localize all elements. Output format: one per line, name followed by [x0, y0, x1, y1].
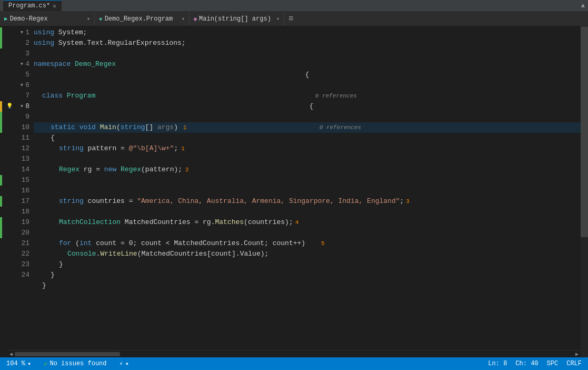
action-btn[interactable]: ⚡ ▾: [117, 357, 131, 370]
line-num-21: 21: [7, 238, 29, 249]
code-line-3: [34, 48, 581, 59]
h-scroll-thumb[interactable]: [15, 352, 120, 356]
collapse-4[interactable]: ▼: [21, 59, 23, 70]
collapse-8[interactable]: ▼: [21, 101, 23, 112]
file-tab[interactable]: Program.cs* ✕: [3, 0, 62, 11]
title-bar: Program.cs* ✕ ▲: [0, 0, 588, 12]
zoom-arrow: ▾: [27, 360, 31, 368]
line-num-19: 19: [7, 217, 29, 228]
line-num-17: 17: [7, 196, 29, 207]
collapse-6[interactable]: ▼: [21, 80, 23, 91]
h-scroll-left-btn[interactable]: ◀: [7, 350, 15, 358]
line-num-23: 23: [7, 259, 29, 270]
gutter-green-15: [0, 175, 2, 186]
annotation-2: 1: [181, 143, 185, 154]
code-scroll: ▼ 1 2 3 ▼ 4 5 ▼ 6 7: [7, 26, 581, 350]
zoom-control[interactable]: 104 % ▾: [4, 357, 33, 370]
ch-label: Ch: 40: [515, 360, 538, 367]
line-num-12: 12: [7, 143, 29, 154]
line-num-5: 5: [7, 70, 29, 80]
action-arrow: ▾: [125, 360, 129, 368]
line-num-16: 16: [7, 186, 29, 196]
gutter-yellow-8: [0, 101, 2, 112]
code-line-24: [34, 291, 581, 301]
code-line-11: [34, 154, 581, 164]
code-line-17: MatchCollection MatchedCountries = rg.Ma…: [34, 217, 581, 228]
scroll-up-btn[interactable]: ▲: [581, 2, 585, 9]
status-right: Ln: 8 Ch: 40 SPC CRLF: [486, 360, 584, 367]
line-ending-indicator[interactable]: CRLF: [564, 360, 584, 367]
gutter-green-9: [0, 112, 2, 133]
code-line-2: using System.Text.RegularExpressions;: [34, 38, 581, 48]
code-line-13: [34, 175, 581, 186]
code-line-7: { 0 references: [34, 101, 581, 122]
code-line-1: using System;: [34, 27, 581, 38]
gutter-green-19: [0, 217, 2, 238]
code-line-10: string pattern = @"\b[A]\w+"; 1: [34, 143, 581, 154]
annotation-4: 3: [406, 196, 410, 207]
code-line-23: }: [34, 280, 581, 291]
line-num-11: 11: [7, 133, 29, 143]
project-icon: ▶: [4, 15, 8, 22]
editor-container: ▼ 1 2 3 ▼ 4 5 ▼ 6 7: [0, 26, 588, 357]
line-num-14: 14: [7, 164, 29, 175]
line-numbers: ▼ 1 2 3 ▼ 4 5 ▼ 6 7: [7, 26, 34, 350]
code-line-22: }: [34, 270, 581, 280]
collapse-1[interactable]: ▼: [21, 27, 23, 38]
annotation-6: 5: [321, 238, 325, 249]
status-bar: 104 % ▾ ✔ No issues found ⚡ ▾ Ln: 8 Ch: …: [0, 357, 588, 370]
encoding-label: SPC: [547, 360, 559, 367]
ch-indicator[interactable]: Ch: 40: [513, 360, 540, 367]
file-tab-label: Program.cs*: [8, 2, 50, 9]
h-scroll-right-btn[interactable]: ▶: [573, 350, 581, 358]
lightbulb-icon[interactable]: 💡: [7, 101, 13, 112]
ref-hint-main: 0 references: [320, 124, 361, 131]
line-num-13: 13: [7, 154, 29, 164]
encoding-indicator[interactable]: SPC: [545, 360, 561, 367]
code-line-16: [34, 207, 581, 217]
method-label: Main(string[] args): [199, 15, 271, 23]
gutter-indicators: [0, 26, 7, 357]
ref-hint-class: 0 references: [315, 93, 357, 99]
code-content[interactable]: using System; using System.Text.RegularE…: [34, 26, 581, 350]
method-dropdown-arrow: ▾: [276, 16, 280, 22]
line-num-10: 10: [7, 122, 29, 133]
line-ending-label: CRLF: [566, 360, 582, 367]
gutter-green-17: [0, 196, 2, 207]
namespace-dropdown[interactable]: ◈ Demo_Regex.Program ▾: [95, 12, 190, 26]
line-num-24: 24: [7, 270, 29, 280]
method-dropdown[interactable]: ◉ Main(string[] args) ▾: [190, 12, 284, 26]
check-icon: ✔: [44, 360, 47, 368]
code-line-12: Regex rg = new Regex(pattern); 2: [34, 164, 581, 175]
line-num-2: 2: [7, 38, 29, 48]
line-num-6: ▼ 6: [7, 80, 29, 91]
ln-indicator[interactable]: Ln: 8: [486, 360, 509, 367]
line-num-7: 7: [7, 91, 29, 101]
ln-label: Ln: 8: [488, 360, 507, 367]
line-num-1: ▼ 1: [7, 27, 29, 38]
line-num-15: 15: [7, 175, 29, 186]
line-num-18: 18: [7, 207, 29, 217]
h-scrollbar: ◀ ▶: [7, 350, 581, 357]
code-line-14: [34, 186, 581, 196]
close-tab-icon[interactable]: ✕: [53, 3, 56, 9]
gutter-green-1: [0, 27, 2, 48]
issues-indicator[interactable]: ✔ No issues found: [42, 357, 108, 370]
annotation-3: 2: [185, 164, 189, 175]
project-name: Demo-Regex: [10, 15, 48, 23]
issues-label: No issues found: [49, 360, 106, 367]
nav-settings-btn[interactable]: ≡: [284, 14, 298, 24]
project-dropdown-arrow: ▾: [87, 16, 90, 22]
code-line-18: [34, 228, 581, 238]
code-line-21: }: [34, 259, 581, 270]
method-icon: ◉: [194, 16, 197, 22]
project-dropdown[interactable]: ▶ Demo-Regex ▾: [0, 12, 95, 26]
code-line-19: for (int count = 0; count < MatchedCount…: [34, 238, 581, 249]
line-num-3: 3: [7, 48, 29, 59]
h-scroll-track[interactable]: [15, 350, 573, 358]
right-panel: [581, 26, 588, 357]
namespace-dropdown-arrow: ▾: [182, 16, 185, 22]
scrollbar-thumb[interactable]: [581, 26, 588, 237]
code-line-5: { 0 references: [34, 70, 581, 91]
namespace-label: Demo_Regex.Program: [105, 15, 173, 23]
